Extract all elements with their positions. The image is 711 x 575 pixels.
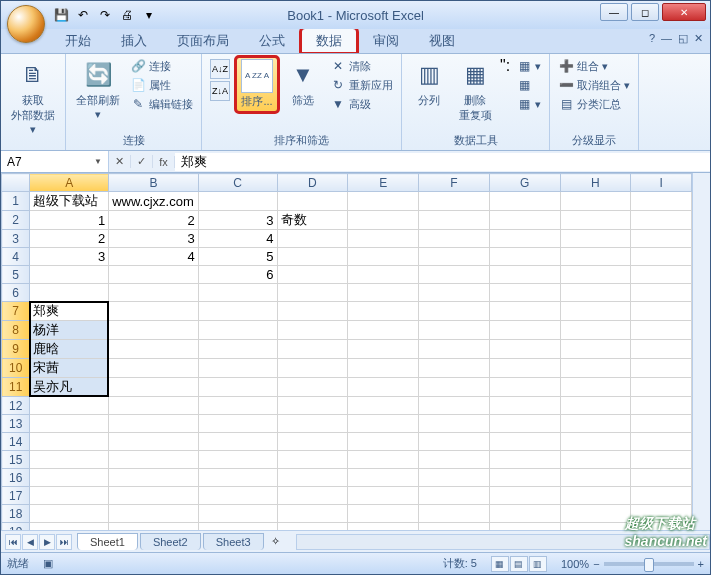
tab-view[interactable]: 视图 [415, 29, 469, 53]
cell-B15[interactable] [109, 451, 199, 469]
clear-filter-button[interactable]: ✕清除 [328, 57, 395, 75]
group-button[interactable]: ➕组合▾ [556, 57, 632, 75]
col-header-A[interactable]: A [30, 174, 109, 192]
sheet-tab-3[interactable]: Sheet3 [203, 533, 264, 550]
cell-A13[interactable] [30, 415, 109, 433]
cell-F1[interactable] [419, 192, 490, 211]
cell-D5[interactable] [277, 266, 348, 284]
cell-E16[interactable] [348, 469, 419, 487]
zoom-level[interactable]: 100% [561, 558, 589, 570]
cell-E15[interactable] [348, 451, 419, 469]
cell-H16[interactable] [560, 469, 631, 487]
cell-H6[interactable] [560, 284, 631, 302]
row-header-11[interactable]: 11 [2, 378, 30, 397]
cell-B8[interactable] [109, 321, 199, 340]
fx-icon[interactable]: fx [153, 156, 175, 168]
row-header-10[interactable]: 10 [2, 359, 30, 378]
cell-C16[interactable] [198, 469, 277, 487]
macro-record-icon[interactable]: ▣ [43, 557, 53, 570]
qat-save-icon[interactable]: 💾 [51, 5, 71, 25]
cell-B6[interactable] [109, 284, 199, 302]
col-header-G[interactable]: G [489, 174, 560, 192]
cell-F18[interactable] [419, 505, 490, 523]
cell-F7[interactable] [419, 302, 490, 321]
cell-G13[interactable] [489, 415, 560, 433]
cell-C7[interactable] [198, 302, 277, 321]
cell-G14[interactable] [489, 433, 560, 451]
cell-D11[interactable] [277, 378, 348, 397]
cell-E9[interactable] [348, 340, 419, 359]
cell-G16[interactable] [489, 469, 560, 487]
tab-insert[interactable]: 插入 [107, 29, 161, 53]
cell-A10[interactable]: 宋茜 [30, 359, 109, 378]
cell-B2[interactable]: 2 [109, 211, 199, 230]
cell-H9[interactable] [560, 340, 631, 359]
view-page-break-icon[interactable]: ▥ [529, 556, 547, 572]
col-header-B[interactable]: B [109, 174, 199, 192]
sort-button[interactable]: A ZZ A 排序... [236, 57, 278, 112]
cell-F11[interactable] [419, 378, 490, 397]
cell-B10[interactable] [109, 359, 199, 378]
cell-E18[interactable] [348, 505, 419, 523]
row-header-15[interactable]: 15 [2, 451, 30, 469]
cell-H2[interactable] [560, 211, 631, 230]
cell-G9[interactable] [489, 340, 560, 359]
cell-B19[interactable] [109, 523, 199, 531]
cell-I16[interactable] [631, 469, 692, 487]
cell-C15[interactable] [198, 451, 277, 469]
data-validation-button[interactable]: ▦▾ [514, 57, 543, 75]
remove-duplicates-button[interactable]: ▦ 删除 重复项 [454, 57, 496, 125]
view-normal-icon[interactable]: ▦ [491, 556, 509, 572]
cell-I6[interactable] [631, 284, 692, 302]
cell-F16[interactable] [419, 469, 490, 487]
cell-I3[interactable] [631, 230, 692, 248]
row-header-3[interactable]: 3 [2, 230, 30, 248]
col-header-E[interactable]: E [348, 174, 419, 192]
cell-D13[interactable] [277, 415, 348, 433]
edit-links-button[interactable]: ✎编辑链接 [128, 95, 195, 113]
cell-D17[interactable] [277, 487, 348, 505]
cell-I8[interactable] [631, 321, 692, 340]
subtotal-button[interactable]: ▤分类汇总 [556, 95, 632, 113]
formula-input[interactable]: 郑爽 [175, 153, 710, 171]
zoom-in-icon[interactable]: + [698, 558, 704, 570]
cell-G8[interactable] [489, 321, 560, 340]
cell-I1[interactable] [631, 192, 692, 211]
row-header-6[interactable]: 6 [2, 284, 30, 302]
select-all-corner[interactable] [2, 174, 30, 192]
cell-E6[interactable] [348, 284, 419, 302]
office-button[interactable] [7, 5, 45, 43]
row-header-5[interactable]: 5 [2, 266, 30, 284]
row-header-9[interactable]: 9 [2, 340, 30, 359]
tab-nav-prev-icon[interactable]: ◀ [22, 534, 38, 550]
advanced-filter-button[interactable]: ▼高级 [328, 95, 395, 113]
cell-C18[interactable] [198, 505, 277, 523]
cell-C1[interactable] [198, 192, 277, 211]
row-header-19[interactable]: 19 [2, 523, 30, 531]
cell-G6[interactable] [489, 284, 560, 302]
cell-H7[interactable] [560, 302, 631, 321]
cell-C9[interactable] [198, 340, 277, 359]
reapply-button[interactable]: ↻重新应用 [328, 76, 395, 94]
cell-A3[interactable]: 2 [30, 230, 109, 248]
cell-E13[interactable] [348, 415, 419, 433]
cell-C14[interactable] [198, 433, 277, 451]
cell-C8[interactable] [198, 321, 277, 340]
col-header-C[interactable]: C [198, 174, 277, 192]
cell-D6[interactable] [277, 284, 348, 302]
cell-F6[interactable] [419, 284, 490, 302]
cell-I11[interactable] [631, 378, 692, 397]
cell-E1[interactable] [348, 192, 419, 211]
row-header-7[interactable]: 7 [2, 302, 30, 321]
cell-E8[interactable] [348, 321, 419, 340]
new-sheet-icon[interactable]: ✧ [265, 535, 286, 548]
row-header-1[interactable]: 1 [2, 192, 30, 211]
row-header-4[interactable]: 4 [2, 248, 30, 266]
chevron-down-icon[interactable]: ▼ [94, 157, 102, 166]
zoom-out-icon[interactable]: − [593, 558, 599, 570]
cell-D4[interactable] [277, 248, 348, 266]
cell-C5[interactable]: 6 [198, 266, 277, 284]
cell-E4[interactable] [348, 248, 419, 266]
col-header-F[interactable]: F [419, 174, 490, 192]
cell-I15[interactable] [631, 451, 692, 469]
